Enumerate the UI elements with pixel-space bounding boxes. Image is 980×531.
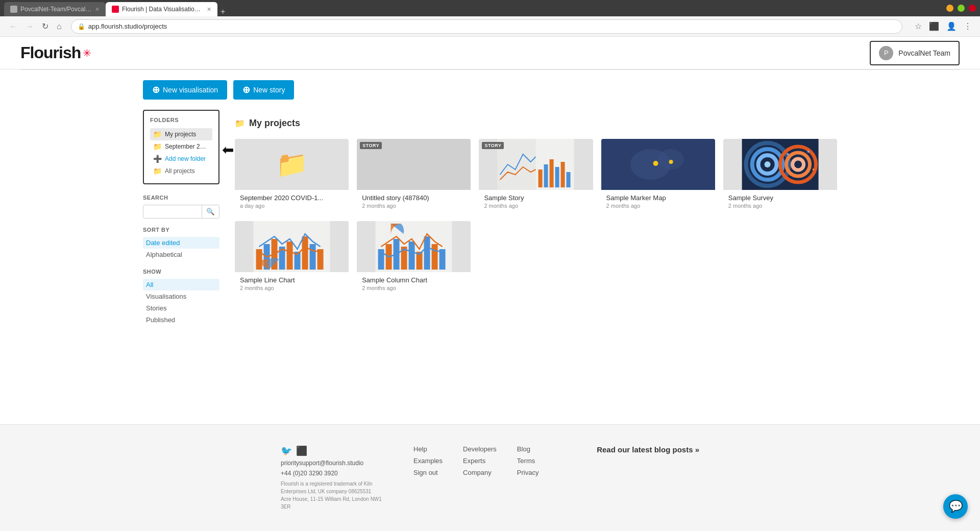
user-name: PovcalNet Team bbox=[898, 49, 950, 57]
footer-link-signout[interactable]: Sign out bbox=[413, 469, 443, 476]
tab-flourish[interactable]: Flourish | Data Visualisation & St... ✕ bbox=[106, 2, 217, 16]
tab-close-1[interactable]: ✕ bbox=[95, 6, 100, 13]
nav-buttons: ← → ↻ ⌂ bbox=[6, 19, 65, 33]
svg-rect-40 bbox=[409, 242, 415, 270]
project-date-3: 2 months ago bbox=[606, 203, 710, 209]
footer-content: 🐦 ⬛ prioritysupport@flourish.studio +44 … bbox=[260, 445, 720, 511]
story-badge-2: STORY bbox=[482, 142, 504, 149]
search-button[interactable]: 🔍 bbox=[202, 205, 219, 218]
maximize-button[interactable]: □ bbox=[958, 5, 965, 12]
address-bar: ← → ↻ ⌂ 🔒 app.flourish.studio/projects ☆… bbox=[0, 16, 980, 37]
sort-date-edited[interactable]: Date edited bbox=[143, 237, 219, 249]
forward-button[interactable]: → bbox=[22, 19, 37, 33]
footer-link-company[interactable]: Company bbox=[463, 469, 497, 476]
svg-point-23 bbox=[807, 151, 809, 153]
project-date-2: 2 months ago bbox=[484, 203, 587, 209]
actions-bar: ⊕ New visualisation ⊕ New story bbox=[0, 70, 980, 110]
tab-favicon-1 bbox=[10, 6, 17, 13]
project-date-0: a day ago bbox=[240, 203, 344, 209]
project-thumb-column-chart bbox=[357, 221, 471, 272]
folder-label-sep: September 2020 COV... bbox=[165, 143, 209, 150]
plus-icon-vis: ⊕ bbox=[152, 85, 160, 94]
minimize-button[interactable]: − bbox=[946, 5, 953, 12]
account-button[interactable]: 👤 bbox=[944, 19, 959, 33]
show-section: SHOW All Visualisations Stories Publishe… bbox=[143, 269, 219, 326]
project-name-1: Untitled story (487840) bbox=[362, 194, 465, 202]
add-folder-item[interactable]: ➕ Add new folder bbox=[150, 153, 212, 165]
project-name-3: Sample Marker Map bbox=[606, 194, 710, 202]
github-icon[interactable]: ⬛ bbox=[296, 445, 307, 456]
folder-item-sep2020[interactable]: 📁 September 2020 COV... bbox=[150, 140, 212, 153]
tab-povcalnet[interactable]: PovcalNet-Team/Povcalnet_inter... ✕ bbox=[4, 2, 106, 16]
chat-widget[interactable]: 💬 bbox=[943, 494, 968, 519]
show-stories[interactable]: Stories bbox=[143, 302, 219, 314]
sort-by-section: SORT BY Date edited Alphabetical bbox=[143, 227, 219, 260]
new-story-button[interactable]: ⊕ New story bbox=[233, 80, 294, 100]
footer-link-help[interactable]: Help bbox=[413, 445, 443, 453]
show-visualisations[interactable]: Visualisations bbox=[143, 291, 219, 302]
all-projects-item[interactable]: 📁 All projects bbox=[150, 165, 212, 177]
project-card-folder[interactable]: 📁 September 2020 COVID-1... a day ago bbox=[235, 139, 349, 213]
svg-rect-2 bbox=[538, 170, 543, 187]
footer-col-1: Help Examples Sign out bbox=[413, 445, 443, 476]
search-input[interactable] bbox=[143, 205, 202, 218]
extensions-button[interactable]: ⬛ bbox=[927, 19, 941, 33]
project-card-line-chart[interactable]: Sample Line Chart 2 months ago bbox=[235, 221, 349, 295]
project-card-story-blank[interactable]: STORY Untitled story (487840) 2 months a… bbox=[357, 139, 471, 213]
lock-icon: 🔒 bbox=[78, 23, 85, 30]
user-avatar: P bbox=[879, 46, 893, 60]
project-card-column-chart[interactable]: Sample Column Chart 2 months ago bbox=[357, 221, 471, 295]
projects-header-icon: 📁 bbox=[235, 118, 245, 128]
close-button[interactable]: ✕ bbox=[969, 5, 976, 12]
home-button[interactable]: ⌂ bbox=[54, 19, 65, 33]
reload-button[interactable]: ↻ bbox=[39, 19, 52, 33]
project-card-sample-story[interactable]: STORY bbox=[479, 139, 593, 213]
page: Flourish ✳ P PovcalNet Team ⊕ New visual… bbox=[0, 37, 980, 531]
project-info-sample-story: Sample Story 2 months ago bbox=[479, 190, 593, 213]
folder-icon-my: 📁 bbox=[153, 130, 162, 138]
logo[interactable]: Flourish ✳ bbox=[20, 43, 91, 62]
svg-point-21 bbox=[787, 153, 789, 155]
footer-link-terms[interactable]: Terms bbox=[517, 457, 539, 465]
all-projects-label: All projects bbox=[165, 167, 195, 175]
footer-blog: Read our latest blog posts » bbox=[597, 445, 699, 454]
footer-link-experts[interactable]: Experts bbox=[463, 457, 497, 465]
project-info-column-chart: Sample Column Chart 2 months ago bbox=[357, 272, 471, 295]
footer-link-blog[interactable]: Blog bbox=[517, 445, 539, 453]
main-content: FOLDERS 📁 My projects 📁 September 2020 C… bbox=[0, 110, 980, 394]
show-published[interactable]: Published bbox=[143, 314, 219, 326]
footer-link-developers[interactable]: Developers bbox=[463, 445, 497, 453]
project-thumb-marker-map bbox=[601, 139, 715, 190]
url-bar[interactable]: 🔒 app.flourish.studio/projects bbox=[71, 19, 902, 34]
project-thumb-line-chart bbox=[235, 221, 349, 272]
show-all[interactable]: All bbox=[143, 279, 219, 291]
twitter-icon[interactable]: 🐦 bbox=[281, 445, 292, 456]
tab-label-1: PovcalNet-Team/Povcalnet_inter... bbox=[20, 6, 92, 13]
new-story-label: New story bbox=[253, 86, 285, 94]
footer-link-privacy[interactable]: Privacy bbox=[517, 469, 539, 476]
bookmark-button[interactable]: ☆ bbox=[913, 19, 924, 33]
tab-close-2[interactable]: ✕ bbox=[207, 6, 211, 13]
folder-item-my-projects[interactable]: 📁 My projects bbox=[150, 128, 212, 140]
back-button[interactable]: ← bbox=[6, 19, 20, 33]
search-section: SEARCH 🔍 bbox=[143, 195, 219, 219]
footer-blog-title[interactable]: Read our latest blog posts » bbox=[597, 445, 699, 454]
folder-icon-sep: 📁 bbox=[153, 142, 162, 151]
all-projects-icon: 📁 bbox=[153, 167, 162, 175]
story-badge-1: STORY bbox=[360, 142, 382, 149]
footer-link-examples[interactable]: Examples bbox=[413, 457, 443, 465]
svg-rect-3 bbox=[544, 164, 548, 187]
svg-point-11 bbox=[653, 161, 658, 166]
project-card-survey[interactable]: Sample Survey 2 months ago bbox=[723, 139, 837, 213]
new-visualisation-button[interactable]: ⊕ New visualisation bbox=[143, 80, 227, 100]
sort-alphabetical[interactable]: Alphabetical bbox=[143, 249, 219, 260]
footer-email[interactable]: prioritysupport@flourish.studio bbox=[281, 460, 383, 467]
new-tab-button[interactable]: + bbox=[217, 7, 228, 16]
project-card-marker-map[interactable]: Sample Marker Map 2 months ago bbox=[601, 139, 715, 213]
svg-point-17 bbox=[764, 161, 770, 167]
menu-button[interactable]: ⋮ bbox=[962, 19, 974, 33]
user-menu[interactable]: P PovcalNet Team bbox=[870, 41, 960, 65]
sort-by-title: SORT BY bbox=[143, 227, 219, 233]
survey-svg bbox=[723, 139, 837, 190]
folders-title: FOLDERS bbox=[150, 117, 212, 123]
